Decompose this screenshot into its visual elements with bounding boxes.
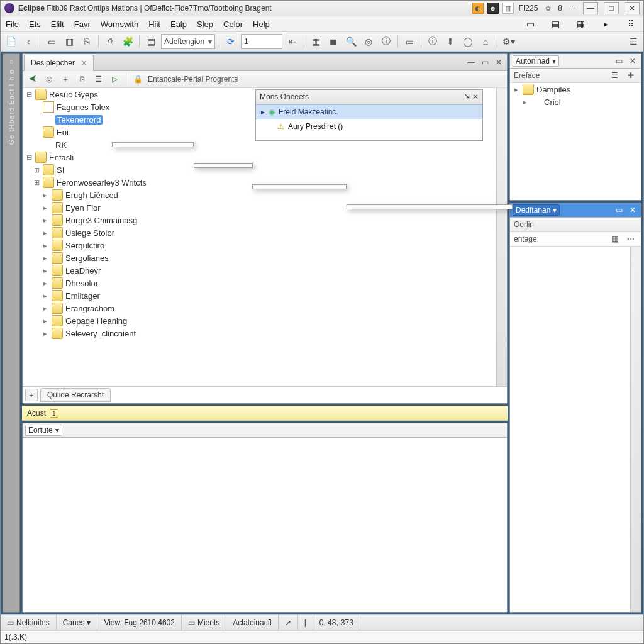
toolbar-box-icon[interactable]: ▦ [308, 34, 323, 49]
menu-ealp[interactable]: Ealp [170, 19, 187, 29]
back-icon[interactable]: ⮜ [26, 73, 39, 86]
toolbar-key-icon[interactable]: ⌂ [478, 34, 493, 49]
explorer-min-icon[interactable]: — [465, 57, 477, 68]
tray-icon-1[interactable]: ◐ [472, 3, 484, 14]
lock-icon[interactable]: 🔒 [131, 73, 144, 86]
right-b-tab[interactable]: Dedftanan▾ [513, 204, 560, 216]
right-b-menu-icon[interactable]: ⋯ [625, 233, 637, 245]
toolbar-info-icon[interactable]: ⓘ [425, 34, 440, 49]
tree-row[interactable]: ▸Emiltager [23, 289, 496, 302]
mons-row-2[interactable]: ⚠Aury Presdiret () [256, 119, 482, 133]
toolbar-gear-icon[interactable]: ⚙▾ [501, 34, 516, 49]
menu-elilt[interactable]: Elilt [51, 19, 64, 29]
list-icon[interactable]: ☰ [92, 73, 104, 86]
pin-icon[interactable]: ⇲ [464, 92, 470, 101]
minimize-button[interactable]: — [583, 2, 598, 14]
tree-row[interactable]: ▸Uslege Stolor [23, 226, 496, 239]
target-icon[interactable]: ◎ [43, 73, 55, 86]
menu-slep[interactable]: Slep [197, 19, 213, 29]
tree-row[interactable]: ▸Erugh Liénced [23, 189, 496, 201]
filter-icon[interactable]: ☰ [608, 69, 621, 82]
right-b-tree[interactable] [510, 247, 630, 612]
play-icon[interactable]: ▷ [108, 73, 121, 86]
toolbar-search-icon[interactable]: 🔍 [343, 34, 358, 49]
toolbar-saveall-icon[interactable]: ⎘ [79, 34, 94, 49]
explorer-scrollbar[interactable] [496, 88, 507, 386]
tree-row[interactable]: ▸Sergolianes [23, 252, 496, 264]
panel-close-icon[interactable]: ✕ [472, 92, 479, 101]
toolbar-persp-icon[interactable]: ☰ [626, 34, 641, 49]
toolbar-tag-icon[interactable]: ▭ [402, 34, 417, 49]
right-a-tree[interactable]: ▸Dampiles▸Criol [510, 83, 641, 200]
console-output[interactable] [23, 438, 507, 612]
toolbar-save-icon[interactable]: ▥ [62, 34, 77, 49]
toolbar-down-icon[interactable]: ⬇ [443, 34, 458, 49]
right-a-close-icon[interactable]: ✕ [627, 55, 638, 67]
menu-file[interactable]: File [6, 19, 19, 29]
menu-help[interactable]: Help [253, 19, 270, 29]
editor-tab[interactable]: Qulide Recrarsht [40, 388, 111, 402]
context-menu-4[interactable] [347, 204, 513, 209]
right-b-close-icon[interactable]: ✕ [627, 204, 638, 216]
toolbar-back-icon[interactable]: ‹ [21, 34, 36, 49]
toolbar-ring-icon[interactable]: ◯ [460, 34, 475, 49]
status-cell-4[interactable]: ▭ Mients [182, 615, 226, 630]
left-rail[interactable]: ○ Ge tHbard Eact I h.o [3, 53, 20, 613]
explorer-max-icon[interactable]: ▭ [479, 57, 491, 68]
tree-row[interactable]: ▸Gepage Heaning [23, 314, 496, 327]
tray-icon-3[interactable]: ▥ [502, 3, 514, 14]
maximize-button[interactable]: □ [604, 2, 619, 14]
toolbar-print-icon[interactable]: ⎙ [103, 34, 118, 49]
menu-hiit[interactable]: Hiit [148, 19, 160, 29]
menubar-icon-3[interactable]: ▦ [573, 16, 588, 31]
explorer-close-icon[interactable]: ✕ [493, 57, 504, 68]
tray-icon-2[interactable]: ☻ [487, 3, 499, 14]
status-cell-2[interactable]: Canes ▾ [57, 615, 98, 630]
explorer-tab[interactable]: Desiplepcher✕ [24, 55, 94, 71]
breadcrumb[interactable]: Acust 1 [22, 406, 508, 421]
context-menu-1[interactable] [112, 142, 194, 147]
right-a-max-icon[interactable]: ▭ [613, 55, 625, 67]
menu-wornswith[interactable]: Wornswith [101, 19, 138, 29]
right-b-max-icon[interactable]: ▭ [613, 204, 625, 216]
context-menu-2[interactable] [194, 163, 253, 168]
tree-row[interactable]: ▸Selevery_clincnient [23, 327, 496, 340]
print-icon[interactable]: ⎘ [75, 73, 88, 86]
close-icon[interactable]: ✕ [81, 59, 87, 67]
tree-row[interactable]: ⊟Entasli [23, 151, 496, 164]
toolbar-field-1[interactable]: 1 [241, 34, 282, 49]
tree-row[interactable]: ▸LeaDneyr [23, 264, 496, 277]
context-menu-3[interactable] [252, 184, 347, 189]
console-tab[interactable]: Eortute▾ [25, 425, 62, 436]
menu-celor[interactable]: Celor [223, 19, 243, 29]
tree-row[interactable]: ▸Borge3 Chimainasg [23, 214, 496, 226]
tree-row[interactable]: ▸Serqulctiro [23, 239, 496, 252]
menubar-icon-5[interactable]: ⠿ [623, 16, 638, 31]
menu-favr[interactable]: Favr [74, 19, 91, 29]
tree-row[interactable]: ⊞SI [23, 164, 496, 176]
toolbar-book-icon[interactable]: ▤ [143, 34, 158, 49]
add-icon[interactable]: ＋ [59, 73, 72, 86]
menu-ets[interactable]: Ets [29, 19, 41, 29]
right-b-scrollbar[interactable] [630, 247, 641, 612]
toolbar-box2-icon[interactable]: ◼ [326, 34, 341, 49]
toolbar-stepback-icon[interactable]: ⇤ [285, 34, 300, 49]
new-tab-button[interactable]: + [25, 389, 38, 401]
toolbar-new-icon[interactable]: 📄 [3, 34, 18, 49]
right-b-grid-icon[interactable]: ▦ [608, 233, 621, 245]
gear-icon[interactable]: ✚ [625, 69, 637, 82]
menubar-icon-1[interactable]: ▭ [523, 16, 538, 31]
tree-row[interactable]: ▸Criol [510, 96, 641, 108]
menubar-icon-4[interactable]: ▸ [598, 16, 613, 31]
status-cell-6[interactable]: ↗ [279, 615, 298, 630]
right-a-tab[interactable]: Autoninad▾ [513, 55, 559, 67]
status-cell-1[interactable]: ▭ Nelbioites [1, 615, 57, 630]
toolbar-combo-1[interactable]: Adeftengion▾ [161, 34, 215, 49]
menubar-icon-2[interactable]: ▤ [548, 16, 563, 31]
toolbar-open-icon[interactable]: ▭ [44, 34, 59, 49]
mons-row-selected[interactable]: ▸◉ Freld Makzeatinc. [256, 104, 482, 119]
tree-row[interactable]: ▸Erangrachom [23, 302, 496, 314]
toolbar-refresh-icon[interactable]: ⟳ [223, 34, 238, 49]
tree-row[interactable]: ▸Dhesolor [23, 277, 496, 289]
toolbar-help-icon[interactable]: ⓘ [379, 34, 394, 49]
